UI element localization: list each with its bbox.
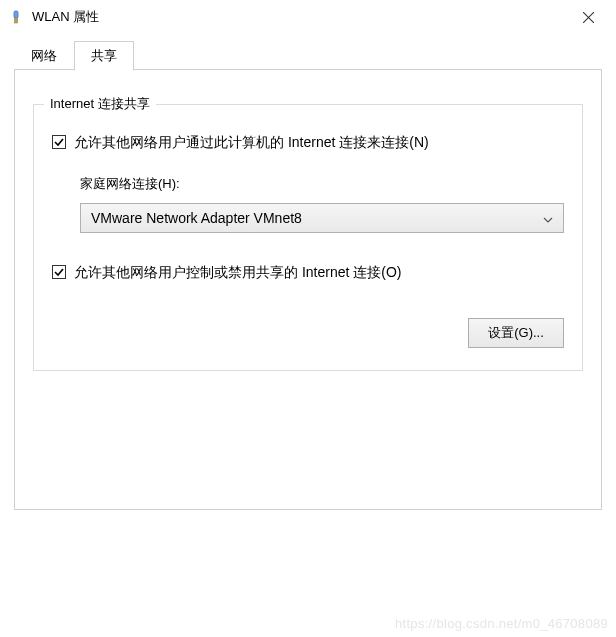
checkbox-row-allow-connect: 允许其他网络用户通过此计算机的 Internet 连接来连接(N) bbox=[52, 133, 564, 153]
tab-content-sharing: Internet 连接共享 允许其他网络用户通过此计算机的 Internet 连… bbox=[14, 70, 602, 510]
home-network-label: 家庭网络连接(H): bbox=[80, 175, 564, 193]
watermark: https://blog.csdn.net/m0_46708089 bbox=[395, 616, 608, 631]
svg-rect-0 bbox=[14, 11, 18, 18]
select-value: VMware Network Adapter VMnet8 bbox=[91, 210, 302, 226]
checkmark-icon bbox=[54, 137, 64, 147]
group-internet-connection-sharing: Internet 连接共享 允许其他网络用户通过此计算机的 Internet 连… bbox=[33, 104, 583, 371]
field-home-network: 家庭网络连接(H): VMware Network Adapter VMnet8 bbox=[80, 175, 564, 233]
tab-label: 共享 bbox=[91, 48, 117, 63]
button-label: 设置(G)... bbox=[488, 324, 544, 342]
checkbox-label-allow-connect: 允许其他网络用户通过此计算机的 Internet 连接来连接(N) bbox=[74, 133, 429, 153]
close-button[interactable] bbox=[568, 0, 608, 34]
tab-strip: 网络 共享 bbox=[0, 34, 616, 70]
checkbox-allow-control[interactable] bbox=[52, 265, 66, 279]
home-network-select[interactable]: VMware Network Adapter VMnet8 bbox=[80, 203, 564, 233]
tab-label: 网络 bbox=[31, 48, 57, 63]
checkmark-icon bbox=[54, 267, 64, 277]
tab-network[interactable]: 网络 bbox=[14, 41, 74, 70]
checkbox-allow-connect[interactable] bbox=[52, 135, 66, 149]
titlebar: WLAN 属性 bbox=[0, 0, 616, 34]
group-legend: Internet 连接共享 bbox=[44, 95, 156, 113]
button-row: 设置(G)... bbox=[52, 318, 564, 348]
network-adapter-icon bbox=[8, 9, 24, 25]
tab-sharing[interactable]: 共享 bbox=[74, 41, 134, 71]
chevron-down-icon bbox=[543, 210, 553, 226]
checkbox-label-allow-control: 允许其他网络用户控制或禁用共享的 Internet 连接(O) bbox=[74, 263, 401, 283]
window-title: WLAN 属性 bbox=[32, 8, 99, 26]
checkbox-row-allow-control: 允许其他网络用户控制或禁用共享的 Internet 连接(O) bbox=[52, 263, 564, 283]
settings-button[interactable]: 设置(G)... bbox=[468, 318, 564, 348]
